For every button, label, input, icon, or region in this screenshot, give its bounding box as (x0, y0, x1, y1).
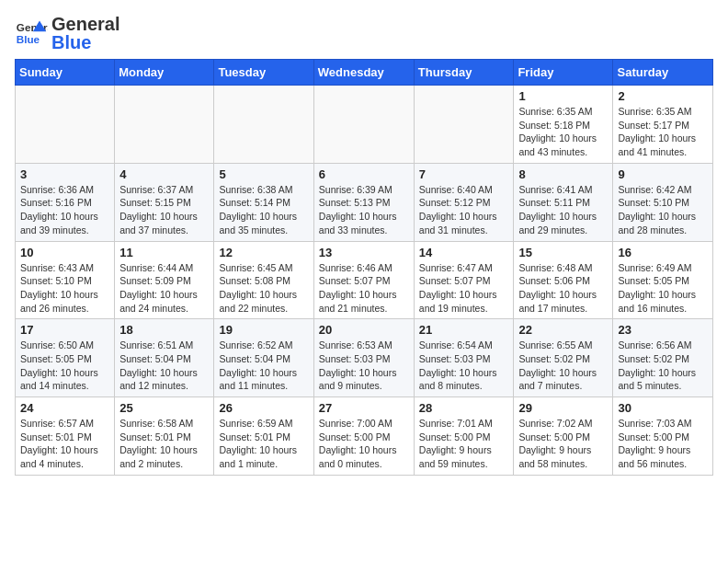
day-info: Sunrise: 6:38 AM Sunset: 5:14 PM Dayligh… (219, 183, 308, 237)
calendar-cell (313, 86, 414, 164)
logo-icon: General Blue (15, 17, 48, 50)
day-number: 16 (618, 246, 708, 259)
day-number: 2 (618, 89, 708, 103)
column-header-monday: Monday (115, 60, 214, 86)
calendar-week-row: 1Sunrise: 6:35 AM Sunset: 5:18 PM Daylig… (16, 86, 713, 164)
day-info: Sunrise: 7:01 AM Sunset: 5:00 PM Dayligh… (419, 417, 509, 471)
day-number: 10 (20, 246, 109, 259)
day-number: 28 (419, 401, 509, 415)
day-number: 21 (419, 323, 509, 337)
day-number: 24 (20, 401, 109, 415)
calendar-cell: 8Sunrise: 6:41 AM Sunset: 5:11 PM Daylig… (514, 163, 613, 241)
day-info: Sunrise: 6:39 AM Sunset: 5:13 PM Dayligh… (319, 183, 409, 237)
day-number: 3 (20, 167, 109, 181)
calendar-cell: 7Sunrise: 6:40 AM Sunset: 5:12 PM Daylig… (414, 163, 514, 241)
page-header: General Blue General Blue (15, 15, 713, 52)
calendar-cell: 11Sunrise: 6:44 AM Sunset: 5:09 PM Dayli… (115, 241, 214, 319)
day-info: Sunrise: 6:44 AM Sunset: 5:09 PM Dayligh… (119, 261, 209, 316)
calendar-cell: 17Sunrise: 6:50 AM Sunset: 5:05 PM Dayli… (16, 319, 115, 397)
day-info: Sunrise: 7:02 AM Sunset: 5:00 PM Dayligh… (518, 417, 608, 471)
calendar-table: SundayMondayTuesdayWednesdayThursdayFrid… (15, 59, 713, 476)
calendar-cell: 12Sunrise: 6:45 AM Sunset: 5:08 PM Dayli… (214, 241, 313, 319)
day-info: Sunrise: 6:35 AM Sunset: 5:17 PM Dayligh… (618, 105, 708, 159)
day-info: Sunrise: 6:35 AM Sunset: 5:18 PM Dayligh… (518, 105, 608, 159)
calendar-cell: 9Sunrise: 6:42 AM Sunset: 5:10 PM Daylig… (613, 163, 713, 241)
day-info: Sunrise: 6:56 AM Sunset: 5:02 PM Dayligh… (618, 339, 708, 393)
day-info: Sunrise: 6:43 AM Sunset: 5:10 PM Dayligh… (20, 261, 109, 316)
calendar-cell: 4Sunrise: 6:37 AM Sunset: 5:15 PM Daylig… (115, 163, 214, 241)
calendar-cell: 30Sunrise: 7:03 AM Sunset: 5:00 PM Dayli… (613, 397, 713, 476)
day-info: Sunrise: 6:40 AM Sunset: 5:12 PM Dayligh… (419, 183, 509, 237)
column-header-saturday: Saturday (613, 60, 713, 86)
calendar-cell: 22Sunrise: 6:55 AM Sunset: 5:02 PM Dayli… (514, 319, 613, 397)
day-number: 17 (20, 323, 109, 337)
day-number: 13 (319, 246, 409, 259)
calendar-cell: 5Sunrise: 6:38 AM Sunset: 5:14 PM Daylig… (214, 163, 313, 241)
calendar-cell: 13Sunrise: 6:46 AM Sunset: 5:07 PM Dayli… (313, 241, 414, 319)
day-number: 6 (319, 167, 409, 181)
day-info: Sunrise: 6:53 AM Sunset: 5:03 PM Dayligh… (319, 339, 409, 393)
calendar-cell: 21Sunrise: 6:54 AM Sunset: 5:03 PM Dayli… (414, 319, 514, 397)
day-number: 18 (119, 323, 209, 337)
day-info: Sunrise: 6:51 AM Sunset: 5:04 PM Dayligh… (119, 339, 209, 393)
calendar-cell: 16Sunrise: 6:49 AM Sunset: 5:05 PM Dayli… (613, 241, 713, 319)
column-header-tuesday: Tuesday (214, 60, 313, 86)
day-number: 8 (518, 167, 608, 181)
calendar-cell: 18Sunrise: 6:51 AM Sunset: 5:04 PM Dayli… (115, 319, 214, 397)
calendar-cell (214, 86, 313, 164)
day-info: Sunrise: 6:52 AM Sunset: 5:04 PM Dayligh… (219, 339, 308, 393)
day-number: 9 (618, 167, 708, 181)
calendar-cell: 19Sunrise: 6:52 AM Sunset: 5:04 PM Dayli… (214, 319, 313, 397)
day-number: 30 (618, 401, 708, 415)
calendar-cell: 14Sunrise: 6:47 AM Sunset: 5:07 PM Dayli… (414, 241, 514, 319)
calendar-cell: 25Sunrise: 6:58 AM Sunset: 5:01 PM Dayli… (115, 397, 214, 476)
column-header-wednesday: Wednesday (313, 60, 414, 86)
day-info: Sunrise: 6:49 AM Sunset: 5:05 PM Dayligh… (618, 261, 708, 316)
day-info: Sunrise: 6:57 AM Sunset: 5:01 PM Dayligh… (20, 417, 109, 471)
day-number: 23 (618, 323, 708, 337)
calendar-cell: 2Sunrise: 6:35 AM Sunset: 5:17 PM Daylig… (613, 86, 713, 164)
calendar-week-row: 17Sunrise: 6:50 AM Sunset: 5:05 PM Dayli… (16, 319, 713, 397)
day-number: 25 (119, 401, 209, 415)
column-header-friday: Friday (514, 60, 613, 86)
day-info: Sunrise: 6:50 AM Sunset: 5:05 PM Dayligh… (20, 339, 109, 393)
calendar-week-row: 3Sunrise: 6:36 AM Sunset: 5:16 PM Daylig… (16, 163, 713, 241)
calendar-cell: 3Sunrise: 6:36 AM Sunset: 5:16 PM Daylig… (16, 163, 115, 241)
day-info: Sunrise: 6:58 AM Sunset: 5:01 PM Dayligh… (119, 417, 209, 471)
day-info: Sunrise: 6:55 AM Sunset: 5:02 PM Dayligh… (518, 339, 608, 393)
calendar-cell: 6Sunrise: 6:39 AM Sunset: 5:13 PM Daylig… (313, 163, 414, 241)
day-info: Sunrise: 6:54 AM Sunset: 5:03 PM Dayligh… (419, 339, 509, 393)
day-info: Sunrise: 6:47 AM Sunset: 5:07 PM Dayligh… (419, 261, 509, 316)
calendar-cell: 23Sunrise: 6:56 AM Sunset: 5:02 PM Dayli… (613, 319, 713, 397)
day-info: Sunrise: 6:48 AM Sunset: 5:06 PM Dayligh… (518, 261, 608, 316)
calendar-cell: 26Sunrise: 6:59 AM Sunset: 5:01 PM Dayli… (214, 397, 313, 476)
day-number: 12 (219, 246, 308, 259)
day-number: 7 (419, 167, 509, 181)
day-number: 5 (219, 167, 308, 181)
day-number: 22 (518, 323, 608, 337)
day-info: Sunrise: 6:37 AM Sunset: 5:15 PM Dayligh… (119, 183, 209, 237)
day-number: 19 (219, 323, 308, 337)
calendar-cell: 15Sunrise: 6:48 AM Sunset: 5:06 PM Dayli… (514, 241, 613, 319)
day-number: 20 (319, 323, 409, 337)
calendar-cell: 20Sunrise: 6:53 AM Sunset: 5:03 PM Dayli… (313, 319, 414, 397)
day-number: 4 (119, 167, 209, 181)
calendar-week-row: 24Sunrise: 6:57 AM Sunset: 5:01 PM Dayli… (16, 397, 713, 476)
calendar-week-row: 10Sunrise: 6:43 AM Sunset: 5:10 PM Dayli… (16, 241, 713, 319)
day-number: 1 (518, 89, 608, 103)
calendar-cell: 29Sunrise: 7:02 AM Sunset: 5:00 PM Dayli… (514, 397, 613, 476)
calendar-cell (414, 86, 514, 164)
day-number: 11 (119, 246, 209, 259)
day-info: Sunrise: 7:00 AM Sunset: 5:00 PM Dayligh… (319, 417, 409, 471)
svg-text:Blue: Blue (17, 33, 40, 45)
column-header-thursday: Thursday (414, 60, 514, 86)
day-number: 14 (419, 246, 509, 259)
day-info: Sunrise: 6:46 AM Sunset: 5:07 PM Dayligh… (319, 261, 409, 316)
calendar-cell: 1Sunrise: 6:35 AM Sunset: 5:18 PM Daylig… (514, 86, 613, 164)
day-info: Sunrise: 6:42 AM Sunset: 5:10 PM Dayligh… (618, 183, 708, 237)
calendar-cell: 24Sunrise: 6:57 AM Sunset: 5:01 PM Dayli… (16, 397, 115, 476)
day-number: 27 (319, 401, 409, 415)
day-number: 26 (219, 401, 308, 415)
calendar-cell (16, 86, 115, 164)
day-number: 29 (518, 401, 608, 415)
